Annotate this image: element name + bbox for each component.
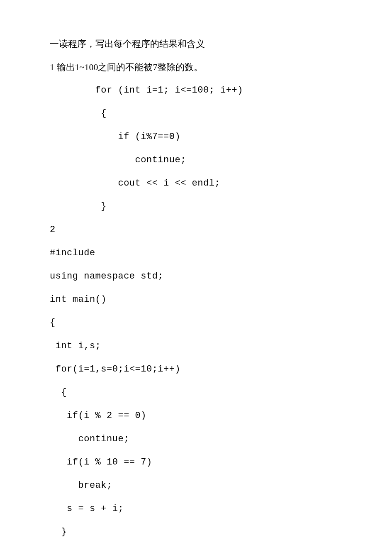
code-line: { (50, 109, 392, 118)
code-line: } (50, 528, 392, 537)
code-line: using namespace std; (50, 272, 392, 281)
code-line: break; (50, 481, 392, 490)
code-line: int main() (50, 295, 392, 304)
code-line: continue; (50, 156, 392, 165)
code-line: for(i=1,s=0;i<=10;i++) (50, 365, 392, 374)
code-line: s = s + i; (50, 504, 392, 513)
document-page: 一读程序，写出每个程序的结果和含义1 输出1~100之间的不能被7整除的数。 f… (0, 0, 392, 555)
code-line: 一读程序，写出每个程序的结果和含义 (50, 39, 392, 49)
code-line: if(i % 2 == 0) (50, 411, 392, 421)
code-line: 1 输出1~100之间的不能被7整除的数。 (50, 63, 392, 72)
code-line: 2 (50, 225, 392, 235)
code-line: { (50, 388, 392, 397)
code-line: continue; (50, 435, 392, 444)
code-line: cout << i << endl; (50, 179, 392, 188)
code-line: #include (50, 249, 392, 258)
code-line: for (int i=1; i<=100; i++) (50, 86, 392, 95)
code-line: if (i%7==0) (50, 132, 392, 142)
code-line: if(i % 10 == 7) (50, 458, 392, 467)
code-line: { (50, 318, 392, 328)
code-line: } (50, 202, 392, 211)
code-line: int i,s; (50, 342, 392, 351)
